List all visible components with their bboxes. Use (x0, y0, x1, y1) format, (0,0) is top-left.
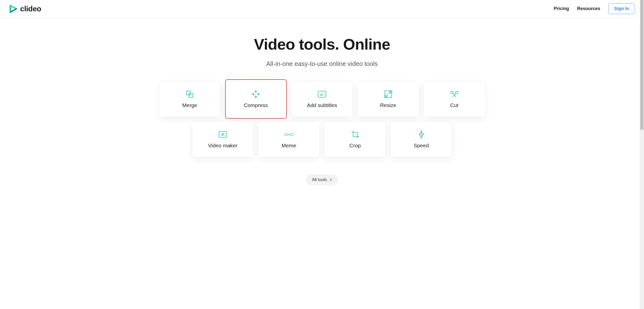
tool-video-maker[interactable]: Video maker (192, 121, 254, 157)
compress-icon (251, 90, 260, 99)
all-tools-label: All tools (312, 177, 327, 182)
tool-add-subtitles[interactable]: Add subtitles (291, 81, 353, 117)
logo-text: clideo (20, 5, 41, 13)
tool-label: Video maker (208, 143, 238, 149)
tools-row-2: Video maker Meme Crop (158, 121, 486, 157)
merge-icon (185, 90, 194, 99)
tool-label: Speed (414, 143, 429, 149)
videomaker-icon (218, 130, 227, 139)
header: clideo Pricing Resources Sign In (0, 0, 644, 18)
tool-label: Cut (450, 102, 459, 108)
tool-resize[interactable]: Resize (357, 81, 419, 117)
subtitles-icon (317, 90, 327, 99)
tools-row-1: Merge Compress Add subtitles (158, 81, 486, 117)
scrollbar-thumb[interactable] (640, 0, 643, 130)
tool-label: Resize (380, 102, 396, 108)
page-title: Video tools. Online (158, 35, 486, 53)
svg-rect-14 (290, 134, 293, 135)
logo-play-icon (9, 5, 18, 13)
tool-meme[interactable]: Meme (258, 121, 320, 157)
main: Video tools. Online All-in-one easy-to-u… (153, 18, 491, 195)
page-subtitle: All-in-one easy-to-use online video tool… (158, 60, 486, 67)
tool-speed[interactable]: Speed (390, 121, 452, 157)
chevron-right-icon (330, 178, 332, 182)
resize-icon (384, 90, 393, 99)
tool-label: Meme (281, 143, 296, 149)
tool-label: Compress (244, 102, 268, 108)
tool-merge[interactable]: Merge (159, 81, 221, 117)
crop-icon (351, 130, 360, 139)
svg-line-7 (386, 95, 388, 97)
svg-rect-1 (189, 93, 193, 97)
speed-icon (417, 130, 426, 139)
tool-compress[interactable]: Compress (225, 79, 287, 119)
logo[interactable]: clideo (9, 5, 41, 13)
cut-icon (450, 90, 459, 99)
tool-label: Crop (349, 143, 361, 149)
all-tools-button[interactable]: All tools (306, 174, 338, 185)
scrollbar[interactable] (640, 0, 644, 195)
svg-line-6 (389, 92, 391, 94)
nav-resources[interactable]: Resources (577, 6, 600, 11)
svg-rect-12 (219, 132, 227, 138)
svg-rect-13 (285, 134, 288, 135)
signin-button[interactable]: Sign In (608, 3, 635, 14)
nav: Pricing Resources Sign In (554, 3, 635, 14)
tool-label: Merge (182, 102, 197, 108)
tool-cut[interactable]: Cut (424, 81, 485, 117)
tool-label: Add subtitles (307, 102, 337, 108)
svg-rect-0 (186, 91, 190, 95)
tool-crop[interactable]: Crop (324, 121, 386, 157)
nav-pricing[interactable]: Pricing (554, 6, 569, 11)
meme-icon (285, 130, 294, 139)
